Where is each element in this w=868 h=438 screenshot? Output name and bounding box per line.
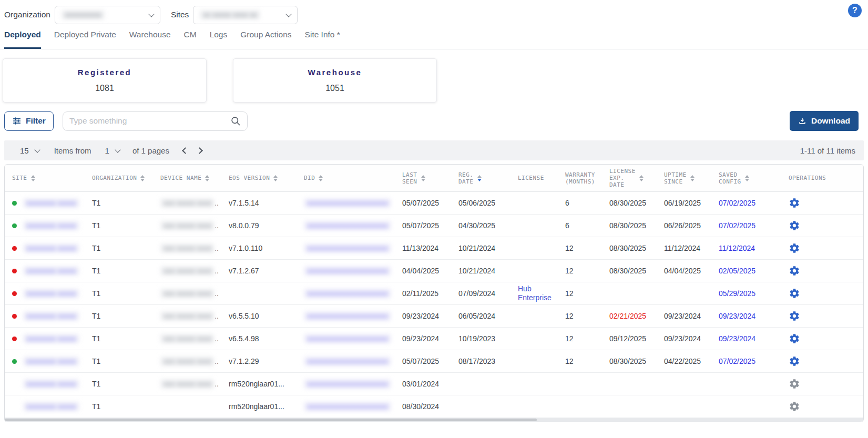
search-icon[interactable] bbox=[230, 116, 241, 126]
gear-icon[interactable] bbox=[789, 197, 800, 209]
tab-group-actions[interactable]: Group Actions bbox=[240, 28, 291, 49]
did-link[interactable]: xxxxxxxxxxxxxxxxxxxxxx bbox=[304, 289, 391, 298]
site-link[interactable]: xxxxxxxx xxxxx bbox=[23, 334, 79, 343]
gear-icon[interactable] bbox=[789, 401, 800, 412]
column-header-reg[interactable]: REG.DATE bbox=[458, 171, 518, 185]
sort-arrows[interactable] bbox=[421, 175, 425, 181]
did-link[interactable]: xxxxxxxxxxxxxxxxxxxxxx bbox=[304, 243, 391, 253]
did-link[interactable]: xxxxxxxxxxxxxxxxxxxxxx bbox=[304, 198, 391, 208]
saved-config-link[interactable]: 02/05/2025 bbox=[719, 267, 755, 275]
gear-icon[interactable] bbox=[789, 378, 800, 390]
site-link[interactable]: xxxxxxxx xxxxx bbox=[23, 402, 79, 411]
sort-desc-icon[interactable] bbox=[273, 179, 278, 181]
saved-config-link[interactable]: 05/29/2025 bbox=[719, 289, 755, 298]
sort-arrows[interactable] bbox=[745, 175, 749, 181]
site-link[interactable]: xxxxxxxx xxxxx bbox=[23, 221, 79, 230]
column-header-eos[interactable]: EOS VERSION bbox=[229, 175, 304, 181]
sort-arrows[interactable] bbox=[477, 175, 482, 181]
sort-desc-icon[interactable] bbox=[31, 179, 35, 181]
help-icon[interactable]: ? bbox=[848, 4, 862, 17]
sort-arrows[interactable] bbox=[205, 175, 209, 181]
sort-desc-icon[interactable] bbox=[690, 179, 695, 181]
sort-asc-icon[interactable] bbox=[421, 175, 425, 178]
site-link[interactable]: xxxxxxxx xxxxx bbox=[23, 198, 79, 208]
gear-icon[interactable] bbox=[789, 220, 800, 231]
column-header-saved[interactable]: SAVEDCONFIG bbox=[719, 171, 776, 185]
sort-desc-icon[interactable] bbox=[745, 179, 749, 181]
saved-config-link[interactable]: 07/02/2025 bbox=[719, 199, 755, 207]
sort-desc-icon[interactable] bbox=[639, 179, 644, 181]
sort-asc-icon[interactable] bbox=[140, 175, 145, 178]
license-link[interactable]: Hub Enterprise bbox=[518, 284, 561, 302]
site-link[interactable]: xxxxxxxx xxxxx bbox=[23, 379, 79, 389]
did-link[interactable]: xxxxxxxxxxxxxxxxxxxxxx bbox=[304, 266, 391, 276]
column-header-exp[interactable]: LICENSEEXP.DATE bbox=[609, 168, 664, 188]
column-header-site[interactable]: SITE bbox=[5, 175, 92, 181]
gear-icon[interactable] bbox=[789, 310, 800, 322]
site-link[interactable]: xxxxxxxx xxxxx bbox=[23, 243, 79, 253]
tab-cm[interactable]: CM bbox=[184, 28, 197, 49]
organization-select[interactable]: xxxxxxxxxx bbox=[55, 6, 160, 24]
column-header-device[interactable]: DEVICE NAME bbox=[160, 175, 229, 181]
did-link[interactable]: xxxxxxxxxxxxxxxxxxxxxx bbox=[304, 356, 391, 366]
tab-deployed-private[interactable]: Deployed Private bbox=[54, 28, 116, 49]
filter-button[interactable]: Filter bbox=[4, 111, 54, 131]
tab-site-info[interactable]: Site Info * bbox=[305, 28, 340, 49]
site-link[interactable]: xxxxxxxx xxxxx bbox=[23, 289, 79, 298]
next-page-button[interactable] bbox=[196, 147, 203, 154]
tab-deployed[interactable]: Deployed bbox=[4, 28, 41, 49]
sort-asc-icon[interactable] bbox=[31, 175, 35, 178]
sort-desc-icon[interactable] bbox=[205, 179, 209, 181]
page-size-select[interactable]: 15 bbox=[20, 146, 39, 155]
sort-desc-icon[interactable] bbox=[477, 179, 482, 181]
prev-page-button[interactable] bbox=[182, 147, 189, 154]
sort-arrows[interactable] bbox=[690, 175, 695, 181]
column-header-org[interactable]: ORGANIZATION bbox=[92, 175, 160, 181]
sort-asc-icon[interactable] bbox=[745, 175, 749, 178]
sites-select[interactable]: xx xxxxx xxxx xx bbox=[193, 6, 298, 24]
tab-logs[interactable]: Logs bbox=[210, 28, 228, 49]
did-link[interactable]: xxxxxxxxxxxxxxxxxxxxxx bbox=[304, 311, 391, 321]
sort-asc-icon[interactable] bbox=[690, 175, 695, 178]
search-input[interactable] bbox=[69, 116, 230, 126]
gear-icon[interactable] bbox=[789, 355, 800, 367]
download-button[interactable]: Download bbox=[790, 111, 859, 131]
saved-config-link[interactable]: 09/23/2024 bbox=[719, 334, 755, 343]
sort-asc-icon[interactable] bbox=[273, 175, 278, 178]
sort-desc-icon[interactable] bbox=[319, 179, 323, 181]
saved-config-link[interactable]: 07/02/2025 bbox=[719, 357, 755, 365]
gear-icon[interactable] bbox=[789, 265, 800, 277]
sort-arrows[interactable] bbox=[319, 175, 323, 181]
sort-arrows[interactable] bbox=[639, 175, 644, 181]
sort-asc-icon[interactable] bbox=[205, 175, 209, 178]
sort-asc-icon[interactable] bbox=[477, 175, 482, 178]
horizontal-scrollbar[interactable] bbox=[5, 418, 863, 422]
sort-asc-icon[interactable] bbox=[639, 175, 644, 178]
sort-desc-icon[interactable] bbox=[140, 179, 145, 181]
sort-arrows[interactable] bbox=[273, 175, 278, 181]
gear-icon[interactable] bbox=[789, 242, 800, 254]
column-header-up[interactable]: UPTIMESINCE bbox=[664, 171, 719, 185]
top-bar: Organization xxxxxxxxxx Sites xx xxxxx x… bbox=[0, 0, 868, 24]
site-link[interactable]: xxxxxxxx xxxxx bbox=[23, 311, 79, 321]
scrollbar-thumb[interactable] bbox=[5, 419, 537, 421]
saved-config-link[interactable]: 11/12/2024 bbox=[719, 244, 755, 252]
site-link[interactable]: xxxxxxxx xxxxx bbox=[23, 356, 79, 366]
gear-icon[interactable] bbox=[789, 333, 800, 344]
did-link[interactable]: xxxxxxxxxxxxxxxxxxxxxx bbox=[304, 402, 391, 411]
column-header-last[interactable]: LASTSEEN bbox=[402, 171, 458, 185]
did-link[interactable]: xxxxxxxxxxxxxxxxxxxxxx bbox=[304, 221, 391, 230]
saved-config-link[interactable]: 07/02/2025 bbox=[719, 221, 755, 230]
did-link[interactable]: xxxxxxxxxxxxxxxxxxxxxx bbox=[304, 379, 391, 389]
page-number-select[interactable]: 1 bbox=[105, 146, 120, 155]
sort-asc-icon[interactable] bbox=[319, 175, 323, 178]
site-link[interactable]: xxxxxxxx xxxxx bbox=[23, 266, 79, 276]
tab-warehouse[interactable]: Warehouse bbox=[129, 28, 171, 49]
sort-desc-icon[interactable] bbox=[421, 179, 425, 181]
sort-arrows[interactable] bbox=[31, 175, 35, 181]
did-link[interactable]: xxxxxxxxxxxxxxxxxxxxxx bbox=[304, 334, 391, 343]
saved-config-link[interactable]: 09/23/2024 bbox=[719, 312, 755, 320]
column-header-did[interactable]: DID bbox=[304, 175, 402, 181]
gear-icon[interactable] bbox=[789, 288, 800, 299]
sort-arrows[interactable] bbox=[140, 175, 145, 181]
